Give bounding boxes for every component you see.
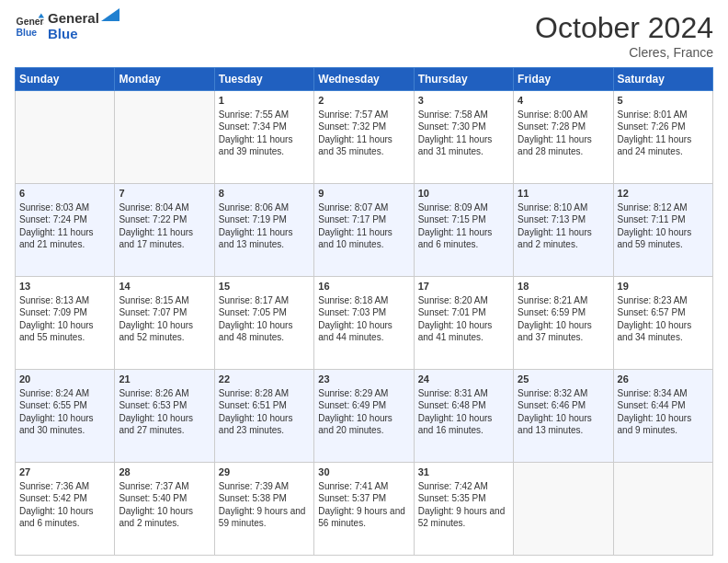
th-friday: Friday bbox=[514, 68, 613, 91]
table-row: 10Sunrise: 8:09 AMSunset: 7:15 PMDayligh… bbox=[414, 184, 513, 277]
logo: General Blue General Blue bbox=[15, 11, 119, 41]
daylight-text: Daylight: 10 hours and 44 minutes. bbox=[318, 320, 392, 343]
sunset-text: Sunset: 6:59 PM bbox=[518, 307, 586, 317]
day-number: 10 bbox=[418, 187, 509, 201]
title-block: October 2024 Cleres, France bbox=[535, 11, 713, 60]
table-row: 5Sunrise: 8:01 AMSunset: 7:26 PMDaylight… bbox=[613, 91, 712, 184]
daylight-text: Daylight: 10 hours and 9 minutes. bbox=[618, 413, 692, 436]
sunset-text: Sunset: 7:11 PM bbox=[618, 214, 686, 224]
sunset-text: Sunset: 7:22 PM bbox=[119, 214, 187, 224]
sunrise-text: Sunrise: 7:42 AM bbox=[418, 481, 488, 491]
svg-marker-2 bbox=[39, 13, 44, 17]
daylight-text: Daylight: 11 hours and 35 minutes. bbox=[318, 134, 392, 157]
table-row: 18Sunrise: 8:21 AMSunset: 6:59 PMDayligh… bbox=[514, 277, 613, 370]
sunrise-text: Sunrise: 8:00 AM bbox=[518, 109, 587, 120]
sunrise-text: Sunrise: 7:55 AM bbox=[219, 109, 289, 120]
logo-blue: Blue bbox=[48, 27, 99, 42]
daylight-text: Daylight: 11 hours and 6 minutes. bbox=[418, 227, 493, 250]
logo-triangle-icon bbox=[101, 8, 119, 34]
sunrise-text: Sunrise: 7:41 AM bbox=[318, 481, 388, 491]
sunset-text: Sunset: 6:48 PM bbox=[418, 400, 486, 410]
day-number: 22 bbox=[219, 373, 310, 386]
table-row: 13Sunrise: 8:13 AMSunset: 7:09 PMDayligh… bbox=[16, 277, 115, 370]
sunset-text: Sunset: 5:35 PM bbox=[418, 493, 486, 503]
day-number: 15 bbox=[219, 280, 310, 293]
table-row: 1Sunrise: 7:55 AMSunset: 7:34 PMDaylight… bbox=[214, 91, 313, 184]
th-monday: Monday bbox=[115, 68, 214, 91]
table-row: 24Sunrise: 8:31 AMSunset: 6:48 PMDayligh… bbox=[414, 370, 513, 463]
table-row: 31Sunrise: 7:42 AMSunset: 5:35 PMDayligh… bbox=[414, 463, 513, 556]
sunrise-text: Sunrise: 7:36 AM bbox=[19, 481, 89, 491]
table-row: 30Sunrise: 7:41 AMSunset: 5:37 PMDayligh… bbox=[314, 463, 414, 556]
daylight-text: Daylight: 11 hours and 28 minutes. bbox=[518, 134, 592, 157]
table-row: 2Sunrise: 7:57 AMSunset: 7:32 PMDaylight… bbox=[314, 91, 414, 184]
svg-text:General: General bbox=[17, 17, 44, 27]
sunset-text: Sunset: 7:28 PM bbox=[518, 121, 586, 132]
day-number: 9 bbox=[318, 187, 409, 201]
table-row: 17Sunrise: 8:20 AMSunset: 7:01 PMDayligh… bbox=[414, 277, 513, 370]
day-number: 18 bbox=[518, 280, 609, 293]
sunset-text: Sunset: 7:24 PM bbox=[19, 214, 87, 224]
day-number: 14 bbox=[119, 280, 210, 293]
table-row: 12Sunrise: 8:12 AMSunset: 7:11 PMDayligh… bbox=[613, 184, 712, 277]
table-row: 23Sunrise: 8:29 AMSunset: 6:49 PMDayligh… bbox=[314, 370, 414, 463]
daylight-text: Daylight: 11 hours and 13 minutes. bbox=[219, 227, 293, 250]
day-number: 16 bbox=[318, 280, 409, 293]
sunset-text: Sunset: 6:46 PM bbox=[518, 400, 586, 410]
sunset-text: Sunset: 6:49 PM bbox=[318, 400, 386, 410]
table-row: 6Sunrise: 8:03 AMSunset: 7:24 PMDaylight… bbox=[16, 184, 115, 277]
th-tuesday: Tuesday bbox=[214, 68, 313, 91]
sunrise-text: Sunrise: 8:03 AM bbox=[19, 202, 89, 213]
svg-marker-3 bbox=[101, 8, 119, 21]
day-number: 24 bbox=[418, 373, 509, 386]
th-wednesday: Wednesday bbox=[314, 68, 414, 91]
table-row: 15Sunrise: 8:17 AMSunset: 7:05 PMDayligh… bbox=[214, 277, 313, 370]
day-number: 6 bbox=[19, 187, 110, 201]
daylight-text: Daylight: 11 hours and 24 minutes. bbox=[618, 134, 692, 157]
sunset-text: Sunset: 7:34 PM bbox=[219, 121, 287, 132]
table-row bbox=[115, 91, 214, 184]
sunrise-text: Sunrise: 8:18 AM bbox=[318, 295, 388, 305]
table-row: 8Sunrise: 8:06 AMSunset: 7:19 PMDaylight… bbox=[214, 184, 313, 277]
th-thursday: Thursday bbox=[414, 68, 513, 91]
day-number: 5 bbox=[618, 94, 709, 108]
sunrise-text: Sunrise: 8:31 AM bbox=[418, 388, 488, 398]
sunset-text: Sunset: 5:40 PM bbox=[119, 493, 187, 503]
table-row: 4Sunrise: 8:00 AMSunset: 7:28 PMDaylight… bbox=[514, 91, 613, 184]
sunset-text: Sunset: 7:07 PM bbox=[119, 307, 187, 317]
day-number: 7 bbox=[119, 187, 210, 201]
calendar-week-row: 1Sunrise: 7:55 AMSunset: 7:34 PMDaylight… bbox=[16, 91, 713, 184]
sunrise-text: Sunrise: 8:01 AM bbox=[618, 109, 688, 120]
sunset-text: Sunset: 6:51 PM bbox=[219, 400, 287, 410]
sunrise-text: Sunrise: 8:12 AM bbox=[618, 202, 688, 213]
sunset-text: Sunset: 7:26 PM bbox=[618, 121, 686, 132]
table-row: 3Sunrise: 7:58 AMSunset: 7:30 PMDaylight… bbox=[414, 91, 513, 184]
calendar-header-row: Sunday Monday Tuesday Wednesday Thursday… bbox=[16, 68, 713, 91]
table-row: 19Sunrise: 8:23 AMSunset: 6:57 PMDayligh… bbox=[613, 277, 712, 370]
daylight-text: Daylight: 9 hours and 56 minutes. bbox=[318, 506, 405, 529]
daylight-text: Daylight: 10 hours and 41 minutes. bbox=[418, 320, 493, 343]
th-saturday: Saturday bbox=[613, 68, 712, 91]
daylight-text: Daylight: 10 hours and 34 minutes. bbox=[618, 320, 692, 343]
table-row: 22Sunrise: 8:28 AMSunset: 6:51 PMDayligh… bbox=[214, 370, 313, 463]
daylight-text: Daylight: 10 hours and 16 minutes. bbox=[418, 413, 493, 436]
daylight-text: Daylight: 11 hours and 31 minutes. bbox=[418, 134, 493, 157]
day-number: 20 bbox=[19, 373, 110, 386]
table-row: 7Sunrise: 8:04 AMSunset: 7:22 PMDaylight… bbox=[115, 184, 214, 277]
sunset-text: Sunset: 7:30 PM bbox=[418, 121, 486, 132]
daylight-text: Daylight: 9 hours and 52 minutes. bbox=[418, 506, 506, 529]
daylight-text: Daylight: 11 hours and 17 minutes. bbox=[119, 227, 193, 250]
sunset-text: Sunset: 7:32 PM bbox=[318, 121, 386, 132]
sunset-text: Sunset: 7:19 PM bbox=[219, 214, 287, 224]
sunset-text: Sunset: 6:57 PM bbox=[618, 307, 686, 317]
daylight-text: Daylight: 10 hours and 55 minutes. bbox=[19, 320, 94, 343]
sunrise-text: Sunrise: 8:23 AM bbox=[618, 295, 688, 305]
day-number: 30 bbox=[318, 465, 409, 479]
sunrise-text: Sunrise: 8:24 AM bbox=[19, 388, 89, 398]
page: General Blue General Blue October 2024 C… bbox=[0, 0, 728, 563]
sunset-text: Sunset: 7:17 PM bbox=[318, 214, 386, 224]
table-row: 14Sunrise: 8:15 AMSunset: 7:07 PMDayligh… bbox=[115, 277, 214, 370]
svg-text:Blue: Blue bbox=[17, 27, 38, 37]
logo-icon: General Blue bbox=[15, 12, 44, 41]
day-number: 29 bbox=[219, 465, 310, 479]
